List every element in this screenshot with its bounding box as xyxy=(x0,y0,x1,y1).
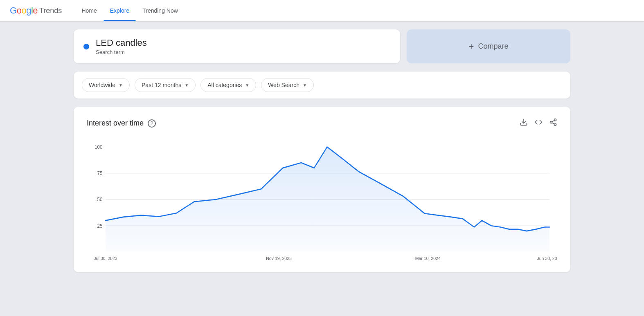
chart-title-group: Interest over time ? xyxy=(87,119,156,128)
svg-line-4 xyxy=(552,123,554,124)
search-type-label: Search term xyxy=(96,49,147,55)
nav-explore[interactable]: Explore xyxy=(104,0,136,21)
search-dot-indicator xyxy=(83,44,89,49)
search-term-label: LED candles xyxy=(96,38,147,48)
filter-searchtype-label: Web Search xyxy=(268,82,299,88)
search-box[interactable]: LED candles Search term xyxy=(74,29,400,63)
help-icon[interactable]: ? xyxy=(148,119,156,128)
chart-title: Interest over time xyxy=(87,119,144,128)
nav-home[interactable]: Home xyxy=(75,0,103,21)
search-section: LED candles Search term + Compare xyxy=(74,29,570,63)
filter-timerange[interactable]: Past 12 months ▼ xyxy=(135,78,196,92)
header: Google Trends Home Explore Trending Now xyxy=(0,0,644,21)
svg-text:25: 25 xyxy=(97,223,103,229)
search-text-group: LED candles Search term xyxy=(96,38,147,55)
chart-section: Interest over time ? xyxy=(74,107,570,272)
google-wordmark: Google xyxy=(10,5,38,16)
share-button[interactable] xyxy=(549,118,557,128)
chevron-down-icon: ▼ xyxy=(119,83,123,87)
download-button[interactable] xyxy=(520,118,528,128)
chart-container: 100 75 50 25 xyxy=(87,138,557,261)
svg-text:Nov 19, 2023: Nov 19, 2023 xyxy=(266,255,292,261)
svg-text:75: 75 xyxy=(97,170,103,176)
chevron-down-icon: ▼ xyxy=(185,83,189,87)
main-nav: Home Explore Trending Now xyxy=(75,0,184,21)
svg-line-5 xyxy=(552,120,554,121)
filter-searchtype[interactable]: Web Search ▼ xyxy=(261,78,314,92)
svg-text:100: 100 xyxy=(95,144,102,150)
chart-header: Interest over time ? xyxy=(87,118,557,128)
embed-button[interactable] xyxy=(534,118,543,128)
filter-region-label: Worldwide xyxy=(89,82,115,88)
help-question-mark: ? xyxy=(151,121,153,126)
chevron-down-icon: ▼ xyxy=(245,83,249,87)
filter-category-label: All categories xyxy=(207,82,242,88)
svg-text:Mar 10, 2024: Mar 10, 2024 xyxy=(415,255,441,261)
chevron-down-icon: ▼ xyxy=(303,83,307,87)
google-trends-logo[interactable]: Google Trends xyxy=(10,5,62,16)
svg-text:Jul 30, 2023: Jul 30, 2023 xyxy=(94,255,117,261)
main-content: LED candles Search term + Compare Worldw… xyxy=(0,21,644,280)
filters-bar: Worldwide ▼ Past 12 months ▼ All categor… xyxy=(74,72,570,99)
filter-category[interactable]: All categories ▼ xyxy=(200,78,256,92)
nav-trending-now[interactable]: Trending Now xyxy=(136,0,185,21)
chart-actions xyxy=(520,118,557,128)
trends-wordmark: Trends xyxy=(39,7,62,15)
filter-region[interactable]: Worldwide ▼ xyxy=(82,78,130,92)
compare-plus-icon: + xyxy=(469,41,474,52)
compare-box[interactable]: + Compare xyxy=(407,29,570,63)
compare-label: Compare xyxy=(478,42,508,51)
interest-over-time-chart: 100 75 50 25 xyxy=(87,138,557,261)
svg-text:Jun 30, 2024: Jun 30, 2024 xyxy=(537,255,557,261)
svg-text:50: 50 xyxy=(97,197,103,203)
filter-timerange-label: Past 12 months xyxy=(142,82,181,88)
